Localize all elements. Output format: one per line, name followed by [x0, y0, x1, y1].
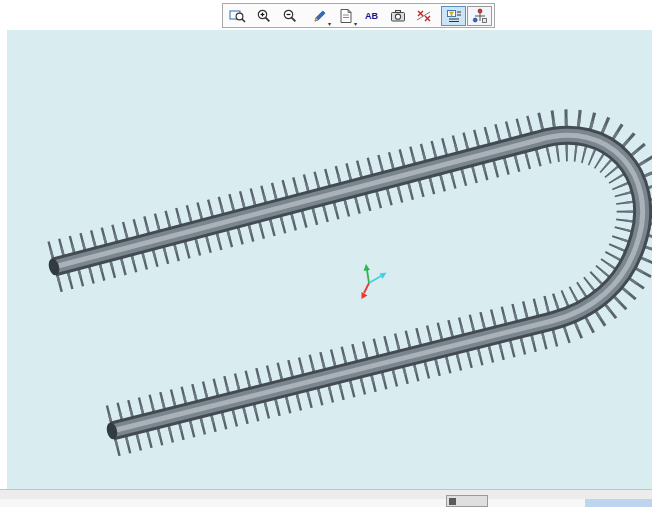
view-toolbar: ▾ ▾ AB	[222, 3, 495, 28]
connection-points-button[interactable]	[467, 6, 492, 26]
toolbar-separator	[303, 5, 306, 26]
text-label-icon: AB	[365, 11, 378, 21]
text-label-button[interactable]: AB	[359, 6, 384, 26]
y-axis-arrowhead	[364, 264, 371, 271]
pencil-markup-button[interactable]: ▾	[307, 6, 332, 26]
zoom-in-button[interactable]	[251, 6, 276, 26]
display-filter-icon	[446, 8, 462, 24]
hide-annotations-icon	[415, 8, 433, 24]
zoom-out-button[interactable]	[277, 6, 302, 26]
tube-outline	[54, 135, 643, 431]
taskbar-button-icon	[449, 498, 456, 505]
zoom-out-icon	[282, 8, 298, 24]
note-page-button[interactable]: ▾	[333, 6, 358, 26]
bottom-bar	[0, 499, 652, 507]
pencil-markup-icon	[312, 8, 328, 24]
fin-layer-outer	[54, 135, 643, 431]
camera-snapshot-icon	[390, 8, 406, 24]
display-filter-button[interactable]	[441, 6, 466, 26]
taskbar-button[interactable]	[446, 495, 488, 507]
cad-application-window: ▾ ▾ AB	[0, 0, 652, 507]
finned-tube-model[interactable]	[47, 135, 643, 440]
zoom-to-area-icon	[229, 8, 247, 24]
toolbar-separator	[437, 5, 440, 26]
taskbar-window-fragment[interactable]	[585, 499, 652, 507]
note-page-icon	[338, 8, 354, 24]
hide-annotations-button[interactable]	[411, 6, 436, 26]
dropdown-caret-icon: ▾	[328, 21, 331, 27]
y-axis	[367, 270, 369, 283]
x-axis	[364, 283, 369, 293]
connection-points-icon	[472, 8, 488, 24]
camera-snapshot-button[interactable]	[385, 6, 410, 26]
z-axis	[369, 276, 381, 283]
tube-highlight	[54, 135, 643, 431]
tube-body	[54, 135, 643, 431]
origin-triad	[362, 264, 387, 299]
zoom-in-icon	[256, 8, 272, 24]
zoom-to-area-button[interactable]	[225, 6, 250, 26]
dropdown-caret-icon: ▾	[354, 21, 357, 27]
model-canvas	[0, 0, 652, 507]
fin-layer-inner	[54, 135, 643, 431]
status-strip	[0, 489, 652, 499]
